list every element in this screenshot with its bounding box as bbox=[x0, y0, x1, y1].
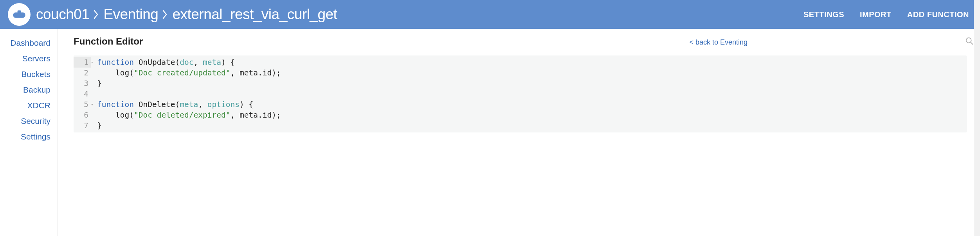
chevron-right-icon bbox=[93, 9, 99, 20]
svg-rect-1 bbox=[18, 11, 21, 14]
code-line[interactable]: 3} bbox=[74, 78, 967, 89]
breadcrumb-cluster[interactable]: couch01 bbox=[36, 6, 89, 23]
add-function-button[interactable]: ADD FUNCTION bbox=[907, 10, 969, 19]
line-number: 2 bbox=[74, 68, 91, 78]
code-line[interactable]: 4 bbox=[74, 89, 967, 99]
code-line[interactable]: 2 log("Doc created/updated", meta.id); bbox=[74, 68, 967, 78]
sidebar-item-servers[interactable]: Servers bbox=[0, 54, 50, 63]
couchbase-logo-icon[interactable] bbox=[8, 3, 31, 26]
header-bar: couch01 Eventing external_rest_via_curl_… bbox=[0, 0, 980, 29]
line-number: 5 bbox=[74, 99, 91, 110]
sidebar-item-settings[interactable]: Settings bbox=[0, 132, 50, 141]
sidebar-item-xdcr[interactable]: XDCR bbox=[0, 101, 50, 110]
code-line[interactable]: 6 log("Doc deleted/expired", meta.id); bbox=[74, 110, 967, 120]
fold-toggle-icon bbox=[91, 78, 95, 89]
code-content[interactable]: log("Doc created/updated", meta.id); bbox=[95, 68, 281, 78]
code-line[interactable]: 5▾function OnDelete(meta, options) { bbox=[74, 99, 967, 110]
main-content: Function Editor < back to Eventing 1▾fun… bbox=[58, 29, 980, 236]
code-line[interactable]: 1▾function OnUpdate(doc, meta) { bbox=[74, 57, 967, 68]
search-icon[interactable] bbox=[965, 37, 974, 47]
import-button[interactable]: IMPORT bbox=[860, 10, 892, 19]
fold-toggle-icon[interactable]: ▾ bbox=[91, 57, 95, 68]
back-to-eventing-link[interactable]: < back to Eventing bbox=[689, 38, 748, 46]
fold-toggle-icon bbox=[91, 110, 95, 120]
line-number: 1 bbox=[74, 57, 91, 68]
line-number: 6 bbox=[74, 110, 91, 120]
sidebar-item-buckets[interactable]: Buckets bbox=[0, 70, 50, 79]
page-title: Function Editor bbox=[74, 36, 143, 47]
code-line[interactable]: 7} bbox=[74, 120, 967, 131]
line-number: 3 bbox=[74, 78, 91, 89]
line-number: 4 bbox=[74, 89, 91, 99]
sidebar-item-dashboard[interactable]: Dashboard bbox=[0, 38, 50, 48]
fold-toggle-icon[interactable]: ▾ bbox=[91, 99, 95, 110]
code-content[interactable]: function OnUpdate(doc, meta) { bbox=[95, 57, 235, 68]
sidebar: Dashboard Servers Buckets Backup XDCR Se… bbox=[0, 29, 58, 236]
code-content[interactable] bbox=[95, 89, 97, 99]
code-content[interactable]: } bbox=[95, 120, 102, 131]
fold-toggle-icon bbox=[91, 68, 95, 78]
sidebar-item-security[interactable]: Security bbox=[0, 116, 50, 126]
code-editor[interactable]: 1▾function OnUpdate(doc, meta) {2 log("D… bbox=[74, 55, 967, 132]
breadcrumb: couch01 Eventing external_rest_via_curl_… bbox=[36, 6, 803, 23]
fold-toggle-icon bbox=[91, 89, 95, 99]
vertical-scrollbar[interactable] bbox=[974, 0, 980, 236]
breadcrumb-function: external_rest_via_curl_get bbox=[172, 6, 337, 23]
sidebar-item-backup[interactable]: Backup bbox=[0, 85, 50, 95]
settings-button[interactable]: SETTINGS bbox=[803, 10, 844, 19]
fold-toggle-icon bbox=[91, 120, 95, 131]
code-content[interactable]: function OnDelete(meta, options) { bbox=[95, 99, 253, 110]
svg-line-3 bbox=[971, 42, 973, 45]
line-number: 7 bbox=[74, 120, 91, 131]
header-actions: SETTINGS IMPORT ADD FUNCTION bbox=[803, 10, 969, 19]
chevron-right-icon bbox=[162, 9, 168, 20]
code-content[interactable]: log("Doc deleted/expired", meta.id); bbox=[95, 110, 281, 120]
breadcrumb-section[interactable]: Eventing bbox=[103, 6, 158, 23]
code-content[interactable]: } bbox=[95, 78, 102, 89]
